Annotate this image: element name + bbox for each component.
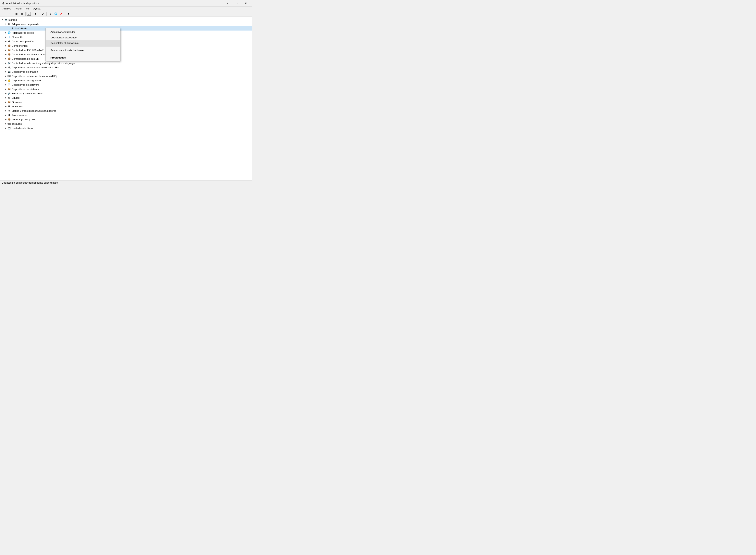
menu-ayuda[interactable]: Ayuda xyxy=(32,7,42,11)
context-menu-propiedades[interactable]: Propiedades xyxy=(46,55,120,60)
label-controladoras-sonido: Controladoras de sonido y vídeo y dispos… xyxy=(12,62,75,65)
tree-item-monitores[interactable]: ▶ 🖥 Monitores xyxy=(0,104,252,109)
download-button[interactable]: ⬇ xyxy=(66,11,71,16)
tree-button[interactable]: ▦ xyxy=(14,11,19,16)
chevron-firmware: ▶ xyxy=(4,100,7,103)
chevron-equipo: ▶ xyxy=(4,96,7,99)
toolbar: ← → ▦ ▤ ? ▶ ⟳ 🖥 🌐 ✕ ⬇ xyxy=(0,11,252,17)
icon-dispositivos-usb: 🔌 xyxy=(7,66,11,69)
tree-item-dispositivos-software[interactable]: ▶ 📄 Dispositivos de software xyxy=(0,83,252,87)
context-menu-deshabilitar[interactable]: Deshabilitar dispositivo xyxy=(46,35,120,40)
tree-item-juanma[interactable]: ▼ 💻 juanma xyxy=(0,17,252,22)
tree-item-dispositivos-imagen[interactable]: ▶ 📷 Dispositivos de imagen xyxy=(0,70,252,74)
tree-item-controladora-almacenamiento[interactable]: ▶ 📦 Controladora de almacenamiento xyxy=(0,52,252,56)
label-bluetooth: Bluetooth xyxy=(12,36,22,39)
chevron-entradas-audio: ▶ xyxy=(4,92,7,95)
tree-item-controladora-bus[interactable]: ▶ 📦 Controladora de bus SM xyxy=(0,56,252,61)
help-button[interactable]: ? xyxy=(27,12,31,16)
label-equipo: Equipo xyxy=(12,96,19,99)
icon-controladoras-sonido: 🔊 xyxy=(7,61,11,65)
label-monitores: Monitores xyxy=(12,105,23,108)
tree-item-colas-impresion[interactable]: ▶ 🖨 Colas de impresión xyxy=(0,39,252,44)
label-dispositivos-usb: Dispositivos de bus serie universal (USB… xyxy=(12,66,58,69)
label-adaptadores-pantalla: Adaptadores de pantalla xyxy=(12,23,39,26)
chevron-controladora-almacenamiento: ▶ xyxy=(4,53,7,56)
icon-dispositivos-sistema: 📦 xyxy=(7,87,11,91)
label-juanma: juanma xyxy=(8,18,17,21)
context-menu-actualizar[interactable]: Actualizar controlador xyxy=(46,29,120,35)
label-dispositivos-imagen: Dispositivos de imagen xyxy=(12,70,38,73)
tree-item-dispositivos-usb[interactable]: ▶ 🔌 Dispositivos de bus serie universal … xyxy=(0,65,252,70)
icon-teclados: ⌨ xyxy=(7,122,11,126)
forward-button[interactable]: → xyxy=(6,11,12,16)
label-amd-radeon: AMD Rade... xyxy=(15,27,29,30)
tree-item-entradas-audio[interactable]: ▶ 🔊 Entradas y salidas de audio xyxy=(0,91,252,95)
label-colas-impresion: Colas de impresión xyxy=(12,40,34,43)
icon-dispositivos-seguridad: 🔒 xyxy=(7,79,11,82)
icon-mouse: 🖱 xyxy=(7,109,11,113)
chevron-dispositivos-seguridad: ▶ xyxy=(4,79,7,82)
icon-dispositivos-software: 📄 xyxy=(7,83,11,86)
label-dispositivos-seguridad: Dispositivos de seguridad xyxy=(12,79,41,82)
remove-button[interactable]: ✕ xyxy=(59,11,64,16)
icon-adaptadores-pantalla: 🖥 xyxy=(7,22,11,26)
label-entradas-audio: Entradas y salidas de audio xyxy=(12,92,43,95)
icon-equipo: 🖥 xyxy=(7,96,11,99)
icon-componentes: 📦 xyxy=(7,44,11,47)
icon-unidades-disco: 💾 xyxy=(7,126,11,130)
menu-archivo[interactable]: Archivo xyxy=(1,7,13,11)
tree-item-firmware[interactable]: ▶ 📦 Firmware xyxy=(0,100,252,104)
minimize-button[interactable]: ─ xyxy=(223,0,232,6)
chevron-dispositivos-usb: ▶ xyxy=(4,66,7,69)
menu-ver[interactable]: Ver xyxy=(24,7,31,11)
device-manager-window: ⚙ Administrador de dispositivos ─ □ ✕ Ar… xyxy=(0,0,252,185)
tree-item-puertos[interactable]: ▶ 📦 Puertos (COM y LPT) xyxy=(0,117,252,122)
tree-item-dispositivos-sistema[interactable]: ▶ 📦 Dispositivos del sistema xyxy=(0,87,252,91)
tree-item-bluetooth[interactable]: ▶ ᛒ Bluetooth xyxy=(0,35,252,39)
tree-item-dispositivos-hid[interactable]: ▶ ⌨ Dispositivos de interfaz de usuario … xyxy=(0,74,252,78)
chevron-procesadores: ▶ xyxy=(4,114,7,117)
status-bar: Desinstala el controlador del dispositiv… xyxy=(0,180,252,185)
title-bar: ⚙ Administrador de dispositivos ─ □ ✕ xyxy=(0,0,252,6)
tree-item-dispositivos-seguridad[interactable]: ▶ 🔒 Dispositivos de seguridad xyxy=(0,78,252,83)
refresh-button[interactable]: ⟳ xyxy=(40,11,45,16)
window-title: Administrador de dispositivos xyxy=(6,2,223,5)
close-button[interactable]: ✕ xyxy=(241,0,250,6)
tree-item-componentes[interactable]: ▶ 📦 Componentes xyxy=(0,44,252,48)
chevron-componentes: ▶ xyxy=(4,44,7,47)
context-menu-buscar-cambios[interactable]: Buscar cambios de hardware xyxy=(46,47,120,53)
chevron-mouse: ▶ xyxy=(4,109,7,112)
expand-button[interactable]: ▶ xyxy=(33,11,38,16)
chevron-controladora-ide: ▶ xyxy=(4,48,7,52)
chevron-controladoras-sonido: ▶ xyxy=(4,61,7,65)
tree-item-adaptadores-pantalla[interactable]: ▼ 🖥 Adaptadores de pantalla xyxy=(0,22,252,26)
tree-item-mouse[interactable]: ▶ 🖱 Mouse y otros dispositivos señalador… xyxy=(0,109,252,113)
label-controladora-ide: Controladora IDE ATA/ATAPI xyxy=(12,49,44,52)
tree-item-equipo[interactable]: ▶ 🖥 Equipo xyxy=(0,95,252,100)
window-controls: ─ □ ✕ xyxy=(223,0,250,6)
tree-item-controladoras-sonido[interactable]: ▶ 🔊 Controladoras de sonido y vídeo y di… xyxy=(0,61,252,65)
tree-item-adaptadores-red[interactable]: ▶ 🌐 Adaptadores de red xyxy=(0,31,252,35)
tree-item-teclados[interactable]: ▶ ⌨ Teclados xyxy=(0,122,252,126)
tree-item-amd-radeon[interactable]: 🖥 AMD Rade... xyxy=(0,26,252,31)
menu-accion[interactable]: Acción xyxy=(13,7,24,11)
tree-item-controladora-ide[interactable]: ▶ 📦 Controladora IDE ATA/ATAPI xyxy=(0,48,252,52)
monitor-button[interactable]: 🖥 xyxy=(48,11,53,16)
list-button[interactable]: ▤ xyxy=(19,11,25,16)
tree-item-procesadores[interactable]: ▶ ⚙ Procesadores xyxy=(0,113,252,117)
back-button[interactable]: ← xyxy=(1,11,6,16)
toolbar-separator-3 xyxy=(32,12,32,16)
context-menu-desinstalar[interactable]: Desinstalar el dispositivo xyxy=(46,40,120,46)
network-button[interactable]: 🌐 xyxy=(53,11,58,16)
maximize-button[interactable]: □ xyxy=(232,0,241,6)
toolbar-separator-6 xyxy=(65,12,65,16)
tree-item-unidades-disco[interactable]: ▶ 💾 Unidades de disco xyxy=(0,126,252,130)
label-teclados: Teclados xyxy=(12,122,22,125)
device-tree[interactable]: ▼ 💻 juanma ▼ 🖥 Adaptadores de pantalla 🖥… xyxy=(0,17,252,180)
status-text: Desinstala el controlador del dispositiv… xyxy=(2,181,58,184)
icon-adaptadores-red: 🌐 xyxy=(7,31,11,35)
icon-monitores: 🖥 xyxy=(7,104,11,108)
icon-controladora-almacenamiento: 📦 xyxy=(7,53,11,56)
window-icon: ⚙ xyxy=(2,2,5,5)
icon-dispositivos-imagen: 📷 xyxy=(7,70,11,74)
